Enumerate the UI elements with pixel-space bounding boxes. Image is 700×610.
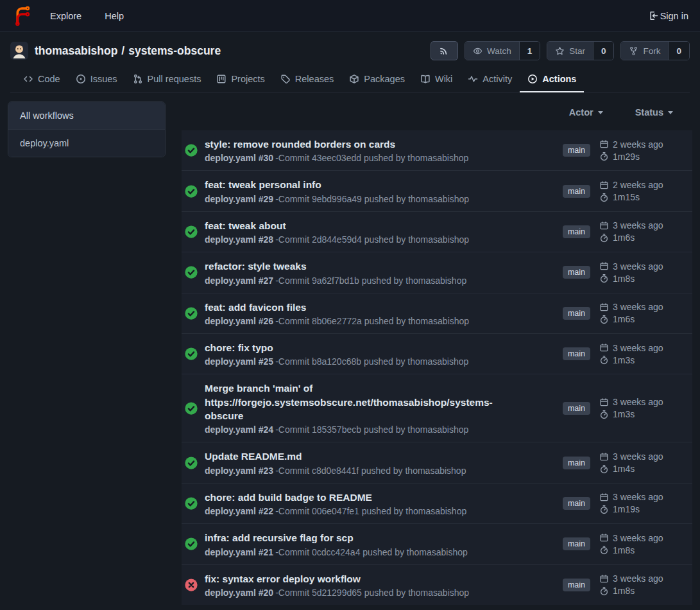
tab-packages[interactable]: Packages: [341, 67, 413, 92]
run-status-icon: [184, 225, 198, 239]
success-check-icon: [184, 143, 198, 157]
sidebar-item-all-workflows[interactable]: All workflows: [8, 102, 165, 130]
tab-issues[interactable]: Issues: [68, 67, 125, 92]
repo-name-link[interactable]: systems-obscure: [128, 44, 221, 58]
avatar[interactable]: [10, 42, 28, 60]
workflow-run-row[interactable]: refactor: style tweaks deploy.yaml #27-C…: [182, 252, 692, 292]
runs-main: Actor Status style: remove rounded borde…: [182, 101, 692, 605]
tag-icon: [280, 74, 291, 84]
tab-wiki[interactable]: Wiki: [413, 67, 460, 92]
run-time: 3 weeks ago: [613, 220, 663, 231]
sign-in-button[interactable]: Sign in: [648, 10, 688, 21]
workflow-run-row[interactable]: Update README.md deploy.yaml #23-Commit …: [182, 442, 692, 482]
star-count[interactable]: 0: [593, 42, 614, 60]
run-title: feat: tweak personal info: [205, 178, 469, 191]
chevron-down-icon: [668, 111, 673, 114]
run-subtitle: deploy.yaml #25-Commit b8a120c68b pushed…: [205, 356, 468, 367]
repo-title: thomasabishop / systems-obscure: [35, 44, 221, 58]
run-workflow-ref: deploy.yaml #27: [205, 275, 273, 286]
branch-badge[interactable]: main: [563, 266, 590, 279]
watch-button[interactable]: Watch 1: [465, 41, 540, 60]
workflow-run-row[interactable]: infra: add recursive flag for scp deploy…: [182, 523, 692, 564]
run-commit-info: -Commit 185357becb pushed by thomasabish…: [275, 424, 468, 435]
pulse-icon: [468, 74, 478, 84]
tab-code[interactable]: Code: [15, 67, 68, 92]
fork-icon: [629, 46, 638, 56]
workflow-run-row[interactable]: style: remove rounded borders on cards d…: [182, 130, 692, 170]
run-workflow-ref: deploy.yaml #30: [205, 153, 273, 163]
run-duration: 1m29s: [613, 152, 640, 162]
forgejo-logo-icon[interactable]: [12, 5, 33, 27]
nav-link-help[interactable]: Help: [105, 11, 124, 21]
run-commit-info: -Commit c8d0e8441f pushed by thomasabish…: [275, 466, 466, 476]
sidebar-item-deploy-yaml[interactable]: deploy.yaml: [8, 130, 165, 157]
calendar-icon: [599, 261, 609, 271]
fork-button[interactable]: Fork 0: [620, 41, 690, 60]
run-duration: 1m8s: [613, 545, 635, 555]
run-subtitle: deploy.yaml #28-Commit 2d844e59d4 pushed…: [205, 234, 469, 245]
run-commit-info: -Commit 0cdcc424a4 pushed by thomasabish…: [275, 547, 468, 557]
branch-badge[interactable]: main: [563, 497, 590, 510]
run-commit-info: -Commit 9a62f7bd1b pushed by thomasabish…: [275, 275, 466, 286]
success-check-icon: [184, 347, 198, 361]
tab-actions[interactable]: Actions: [520, 67, 584, 92]
run-filters: Actor Status: [182, 101, 692, 130]
issue-icon: [76, 74, 86, 84]
workflow-run-row[interactable]: Merge branch 'main' of https://forgejo.s…: [182, 374, 692, 442]
run-time: 3 weeks ago: [613, 302, 663, 312]
actor-filter-dropdown[interactable]: Actor: [569, 107, 603, 118]
branch-badge[interactable]: main: [563, 457, 590, 469]
stopwatch-icon: [599, 410, 609, 419]
rss-button[interactable]: [431, 41, 458, 60]
run-status-icon: [184, 347, 198, 361]
branch-badge[interactable]: main: [563, 225, 590, 238]
stopwatch-icon: [599, 315, 609, 324]
run-workflow-ref: deploy.yaml #21: [205, 547, 273, 557]
branch-badge[interactable]: main: [563, 402, 590, 415]
success-check-icon: [184, 496, 198, 510]
success-check-icon: [184, 265, 198, 279]
status-filter-dropdown[interactable]: Status: [635, 107, 673, 118]
run-list: style: remove rounded borders on cards d…: [182, 130, 692, 605]
run-title: style: remove rounded borders on cards: [205, 137, 468, 151]
nav-link-explore[interactable]: Explore: [50, 11, 81, 21]
workflow-run-row[interactable]: feat: tweak about deploy.yaml #28-Commit…: [182, 211, 692, 252]
branch-badge[interactable]: main: [563, 185, 590, 198]
run-title: feat: tweak about: [205, 219, 469, 232]
branch-badge[interactable]: main: [563, 307, 590, 320]
workflow-run-row[interactable]: fix: syntax error deploy workflow deploy…: [182, 564, 692, 605]
run-duration: 1m8s: [613, 586, 635, 596]
fork-count[interactable]: 0: [668, 42, 689, 60]
repo-tabs: Code Issues Pull requests Projects Relea…: [10, 67, 690, 92]
watch-count[interactable]: 1: [519, 42, 540, 60]
tab-activity[interactable]: Activity: [460, 67, 520, 92]
rss-icon: [439, 46, 449, 56]
sign-in-icon: [648, 10, 659, 21]
workflow-run-row[interactable]: feat: tweak personal info deploy.yaml #2…: [182, 170, 692, 211]
run-time: 3 weeks ago: [613, 261, 663, 272]
branch-badge[interactable]: main: [563, 537, 590, 550]
tab-releases[interactable]: Releases: [273, 67, 341, 92]
run-status-icon: [184, 184, 198, 198]
package-icon: [349, 74, 359, 84]
run-subtitle: deploy.yaml #20-Commit 5d21299d65 pushed…: [205, 588, 469, 598]
run-status-icon: [184, 143, 198, 157]
play-circle-icon: [527, 74, 538, 84]
repo-owner-link[interactable]: thomasabishop: [35, 44, 117, 58]
workflow-run-row[interactable]: chore: add build badge to README deploy.…: [182, 483, 692, 523]
tab-projects[interactable]: Projects: [209, 67, 272, 92]
star-button[interactable]: Star 0: [547, 41, 614, 60]
branch-badge[interactable]: main: [563, 579, 590, 591]
branch-badge[interactable]: main: [563, 347, 590, 360]
branch-badge[interactable]: main: [563, 144, 590, 157]
tab-pull-requests[interactable]: Pull requests: [125, 67, 209, 92]
failure-x-icon: [184, 578, 198, 592]
run-title: Update README.md: [205, 449, 466, 463]
workflow-run-row[interactable]: feat: add favicon files deploy.yaml #26-…: [182, 293, 692, 333]
stopwatch-icon: [599, 464, 609, 474]
stopwatch-icon: [599, 233, 609, 243]
run-title: Merge branch 'main' of https://forgejo.s…: [205, 381, 513, 423]
run-subtitle: deploy.yaml #30-Commit 43eec03edd pushed…: [205, 153, 468, 163]
run-workflow-ref: deploy.yaml #26: [205, 316, 273, 326]
workflow-run-row[interactable]: chore: fix typo deploy.yaml #25-Commit b…: [182, 333, 692, 374]
